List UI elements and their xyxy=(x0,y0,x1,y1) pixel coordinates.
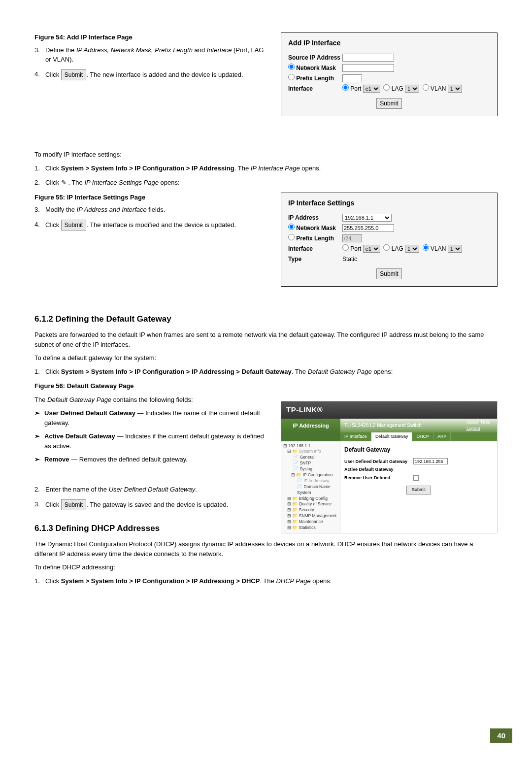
type-label: Type xyxy=(288,255,342,264)
lag-select[interactable]: 1 xyxy=(405,245,419,253)
t: Modify the xyxy=(45,206,77,213)
t: LAG xyxy=(392,245,403,252)
tree-item[interactable]: General xyxy=(299,455,314,460)
source-ip-label: Source IP Address xyxy=(288,53,342,62)
logout-link[interactable]: Logout xyxy=(466,426,480,431)
ip-interface-settings-panel: IP Interface Settings IP Address 192.168… xyxy=(281,193,498,287)
tree-root[interactable]: 192.168.1.1 xyxy=(288,443,310,448)
vlan-select[interactable]: 1 xyxy=(448,85,462,93)
t: Interface xyxy=(207,46,232,54)
modify-1-txt: Click System > System Info > IP Configur… xyxy=(45,164,498,173)
tree-item[interactable]: SNMP Management xyxy=(299,513,336,518)
prefix-length-radio[interactable] xyxy=(288,234,295,240)
t: . The gateway is saved and the device is… xyxy=(86,501,228,508)
tree-item[interactable]: Syslog xyxy=(299,466,312,471)
lag-radio[interactable] xyxy=(383,244,390,251)
vlan-radio[interactable] xyxy=(423,244,429,251)
network-mask-radio[interactable] xyxy=(288,224,295,230)
tab-arp[interactable]: ARP xyxy=(433,432,451,441)
prefix-length-label: Prefix Length xyxy=(288,74,342,83)
tree-item[interactable]: System Info xyxy=(299,449,321,454)
t: Default Gateway Page xyxy=(308,368,372,375)
tree-item[interactable]: IP Addressing xyxy=(303,478,329,483)
network-mask-radio[interactable] xyxy=(288,64,295,70)
t: System > System Info > IP Configuration … xyxy=(61,368,292,375)
prefix-length-input[interactable] xyxy=(342,234,362,242)
t: . The xyxy=(292,368,308,375)
t: System > System Info > IP Configuration … xyxy=(61,165,234,172)
step55-4-num: 4. xyxy=(34,220,45,231)
t: . xyxy=(195,486,197,493)
t: opens. xyxy=(300,165,321,172)
submit-button-inline: Submit xyxy=(61,220,86,231)
tree-item[interactable]: IP Configuration xyxy=(303,472,333,477)
gw-desc-intro: The Default Gateway Page contains the fo… xyxy=(34,395,271,405)
network-mask-input[interactable] xyxy=(342,64,394,72)
prefix-length-input[interactable] xyxy=(342,74,362,82)
tree-item[interactable]: Statistics xyxy=(299,525,316,530)
t: User Defined Default Gateway xyxy=(44,409,135,417)
prefix-length-radio[interactable] xyxy=(288,74,295,80)
port-radio[interactable] xyxy=(342,244,349,251)
submit-button[interactable]: Submit xyxy=(376,268,401,279)
t: Remove xyxy=(44,456,69,463)
tab-dhcp[interactable]: DHCP xyxy=(412,432,433,441)
submit-button-inline: Submit xyxy=(61,69,86,80)
ip-address-label: IP Address xyxy=(288,213,342,222)
about-link[interactable]: About xyxy=(466,419,478,424)
t: Active Default Gateway xyxy=(44,432,115,440)
lag-radio[interactable] xyxy=(383,84,390,91)
t: . The xyxy=(260,577,276,585)
port-select[interactable]: e1 xyxy=(363,245,380,253)
t: Prefix Length xyxy=(296,75,334,82)
dhcp-step1-txt: Click System > System Info > IP Configur… xyxy=(45,576,498,586)
t: Click xyxy=(45,501,61,508)
tree-item[interactable]: Quality of Service xyxy=(299,501,332,506)
remove-checkbox[interactable] xyxy=(413,475,419,481)
t: VLAN xyxy=(431,85,446,92)
tree-item[interactable]: Domain Name System xyxy=(297,484,331,495)
bullet-user-defined: User Defined Default Gateway — Indicates… xyxy=(34,408,271,428)
port-select[interactable]: e1 xyxy=(363,85,380,93)
type-value: Static xyxy=(342,255,490,264)
tree-item[interactable]: Maintenance xyxy=(299,519,323,524)
ss-submit-button[interactable]: Submit xyxy=(406,486,431,494)
step54-4-text: Click Submit. The new interface is added… xyxy=(45,69,266,80)
tree-item[interactable]: Security xyxy=(299,507,314,512)
lag-select[interactable]: 1 xyxy=(405,85,419,93)
t: Remove User Defined xyxy=(344,475,413,482)
port-radio[interactable] xyxy=(342,84,349,91)
pencil-icon: ✎ xyxy=(61,179,66,186)
nav-tree[interactable]: ⊟ 192.168.1.1 ⊟ 📁 System Info 📄 General … xyxy=(281,441,340,533)
modify-1-num: 1. xyxy=(34,164,45,173)
t: Network Mask xyxy=(296,225,336,231)
gw-step3-num: 3. xyxy=(34,499,45,510)
network-mask-label: Network Mask xyxy=(288,224,342,232)
interface-label: Interface xyxy=(288,84,342,93)
t: Enter the name of the xyxy=(45,486,109,493)
help-link[interactable]: Help xyxy=(481,419,490,424)
t: LAG xyxy=(392,85,403,92)
bullet-active-default: Active Default Gateway — Indicates if th… xyxy=(34,431,271,451)
t: Port xyxy=(350,85,361,92)
t: IP Address and Interface xyxy=(77,206,147,213)
t: System > System Info > IP Configuration … xyxy=(61,577,260,585)
submit-button-inline: Submit xyxy=(61,499,86,510)
banner-left: IP Addressing xyxy=(281,419,340,433)
ip-address-select[interactable]: 192.168.1.1 xyxy=(342,214,392,222)
t: contains the following fields: xyxy=(111,396,193,403)
tree-item[interactable]: Bridging Config xyxy=(299,496,328,501)
vlan-radio[interactable] xyxy=(423,84,429,91)
banner-right: AboutHelpLogout xyxy=(466,419,497,432)
source-ip-input[interactable] xyxy=(342,54,394,62)
submit-button[interactable]: Submit xyxy=(376,98,401,109)
vlan-select[interactable]: 1 xyxy=(448,245,462,253)
t: Prefix Length xyxy=(296,235,334,242)
tree-item[interactable]: SNTP xyxy=(299,461,311,465)
user-def-input[interactable]: 192.168.1.255 xyxy=(413,458,448,464)
tab-ip-interface[interactable]: IP Interface xyxy=(340,432,371,441)
tab-default-gateway[interactable]: Default Gateway xyxy=(371,432,413,441)
network-mask-input[interactable] xyxy=(342,224,394,232)
step54-4-num: 4. xyxy=(34,69,45,80)
interface-label: Interface xyxy=(288,244,342,253)
